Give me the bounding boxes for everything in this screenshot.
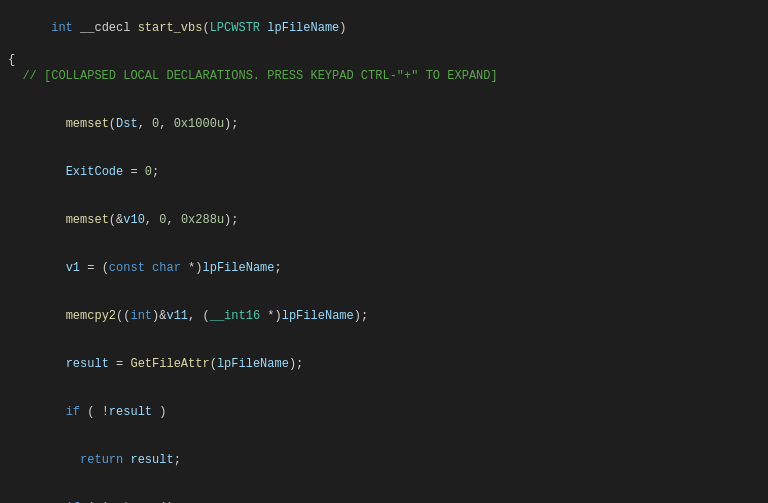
code-line-6: ExitCode = 0;	[0, 148, 768, 196]
code-line-13: if ( !get_ver()	[0, 484, 768, 503]
code-line-12: return result;	[0, 436, 768, 484]
code-line-5: memset(Dst, 0, 0x1000u);	[0, 100, 768, 148]
code-line-3: // [COLLAPSED LOCAL DECLARATIONS. PRESS …	[0, 68, 768, 84]
code-editor: int __cdecl start_vbs(LPCWSTR lpFileName…	[0, 0, 768, 503]
code-line-blank1	[0, 84, 768, 100]
code-line-9: memcpy2((int)&v11, (__int16 *)lpFileName…	[0, 292, 768, 340]
code-line-8: v1 = (const char *)lpFileName;	[0, 244, 768, 292]
code-line-10: result = GetFileAttr(lpFileName);	[0, 340, 768, 388]
code-line-7: memset(&v10, 0, 0x288u);	[0, 196, 768, 244]
code-line-2: {	[0, 52, 768, 68]
code-line-1: int __cdecl start_vbs(LPCWSTR lpFileName…	[0, 4, 768, 52]
code-line-11: if ( !result )	[0, 388, 768, 436]
